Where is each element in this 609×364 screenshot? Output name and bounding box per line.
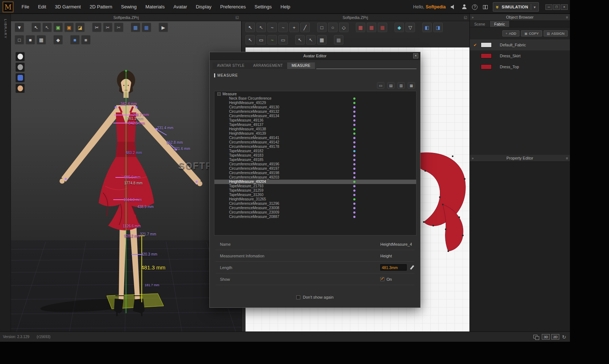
gap[interactable] xyxy=(47,35,52,45)
gap[interactable] xyxy=(86,23,91,32)
measure-item[interactable]: TapeMeasure_49183 xyxy=(214,153,416,158)
measure-item[interactable]: TapeMeasure_49182 xyxy=(214,149,416,153)
gap[interactable] xyxy=(311,23,316,32)
edit-curve-point-icon[interactable]: ~ xyxy=(278,23,288,32)
copy-fabric-button[interactable]: ▣ COPY xyxy=(521,30,542,37)
measure-item[interactable]: CircumferenceMeasure_49197 xyxy=(214,166,416,171)
menu-item[interactable]: Materials xyxy=(141,0,169,14)
dialog-close-icon[interactable]: × xyxy=(413,53,418,58)
menu-item[interactable]: Edit xyxy=(34,0,50,14)
gap[interactable] xyxy=(125,23,129,32)
menu-item[interactable]: 2D Pattern xyxy=(85,0,117,14)
measure-item[interactable]: CircumferenceMeasure_49203 xyxy=(214,175,416,180)
simulation-dropdown-icon[interactable]: ▾ xyxy=(534,5,536,9)
wind-controller-icon[interactable]: ■ xyxy=(70,35,80,45)
account-icon[interactable] xyxy=(461,4,468,10)
show-solid-icon[interactable]: ■ xyxy=(26,35,35,45)
measure-item[interactable]: TapeMeasure_49185 xyxy=(214,158,416,162)
tab-scene[interactable]: Scene xyxy=(470,21,490,27)
transform-pattern-icon[interactable]: ↖ xyxy=(245,23,255,32)
measure-item[interactable]: CircumferenceMeasure_49196 xyxy=(214,162,416,166)
edit-pattern-icon[interactable]: ↖ xyxy=(256,23,266,32)
menu-item[interactable]: Avatar xyxy=(169,0,191,14)
menu-item[interactable]: Help xyxy=(276,0,295,14)
circle-pattern-icon[interactable]: ○ xyxy=(328,23,338,32)
measure-tree[interactable]: − Measure Neck Base Circumference Height… xyxy=(214,91,416,235)
reset-arrangement-icon[interactable]: ▭ xyxy=(256,35,266,45)
open-library-icon[interactable]: ◪ xyxy=(75,23,85,32)
plane-controller-icon[interactable]: ■ xyxy=(81,35,91,45)
filter-icon[interactable]: ▽ xyxy=(406,23,415,32)
add-point-icon[interactable]: + xyxy=(289,23,299,32)
measure-item[interactable]: HeightMeasure_49138 xyxy=(214,127,416,131)
pattern-move-icon[interactable]: ↖ xyxy=(295,35,305,45)
add-fabric-button[interactable]: + ADD xyxy=(502,30,519,37)
gap[interactable] xyxy=(26,23,30,32)
free-sewing-icon[interactable]: ✂ xyxy=(103,23,113,32)
texture-dark-icon[interactable]: ▩ xyxy=(334,35,343,45)
panel-menu-icon[interactable]: ≡ xyxy=(564,15,570,19)
refresh-icon[interactable]: ↻ xyxy=(562,334,566,340)
sync-garment-icon[interactable]: ▦ xyxy=(131,23,140,32)
seam-stitch-icon[interactable]: ▦ xyxy=(356,23,365,32)
view-toggle-button[interactable]: 2D xyxy=(551,334,559,340)
menu-item[interactable]: Display xyxy=(191,0,216,14)
edit-pencil-icon[interactable] xyxy=(410,265,414,270)
menu-item[interactable]: Settings xyxy=(250,0,276,14)
sewing-edit-icon[interactable]: ▭ xyxy=(278,35,288,45)
windows-layout-icon[interactable] xyxy=(533,335,539,339)
menu-item[interactable]: 3D Garment xyxy=(50,0,85,14)
sound-icon[interactable] xyxy=(450,4,457,10)
simulation-button[interactable]: » SIMULATION ▾ xyxy=(493,2,539,12)
load-measure-icon[interactable]: ▤ xyxy=(387,82,395,89)
segment-sewing-icon[interactable]: ✂ xyxy=(92,23,102,32)
menu-item[interactable]: Sewing xyxy=(117,0,141,14)
length-input[interactable] xyxy=(380,264,407,271)
delete-measure-icon[interactable]: ▭ xyxy=(377,82,384,89)
tab-fabric[interactable]: Fabric xyxy=(490,21,510,27)
tab-measure[interactable]: MEASURE xyxy=(287,62,315,69)
tab-arrangement[interactable]: ARRANGEMENT xyxy=(249,62,287,69)
measure-item[interactable]: CircumferenceMeasure_20887 xyxy=(214,215,416,219)
viewport-2d-tab[interactable]: Softpedia.ZPrj ◱ xyxy=(241,14,469,21)
measure-item[interactable]: HeightMeasure_31265 xyxy=(214,197,416,202)
assign-fabric-button[interactable]: ▤ ASSIGN xyxy=(544,30,568,37)
add-garment-orange-icon[interactable]: ▣ xyxy=(64,23,74,32)
add-garment-green-icon[interactable]: ▣ xyxy=(53,23,63,32)
measure-item[interactable]: TapeMeasure_21793 xyxy=(214,184,416,188)
measure-item[interactable]: CircumferenceMeasure_49132 xyxy=(214,110,416,114)
measure-item[interactable]: CircumferenceMeasure_49198 xyxy=(214,171,416,175)
gap[interactable] xyxy=(153,23,157,32)
measure-item[interactable]: Neck Base Circumference xyxy=(214,96,416,101)
gap[interactable] xyxy=(350,23,354,32)
tree-collapse-icon[interactable]: − xyxy=(217,92,221,96)
avatar-thumb-female[interactable] xyxy=(15,52,25,61)
seam-zigzag-icon[interactable]: ▦ xyxy=(378,23,387,32)
dont-show-again-checkbox[interactable] xyxy=(296,295,300,299)
measure-item[interactable]: HeightMeasure_49139 xyxy=(214,131,416,136)
library-panel-tab[interactable]: LIBRARY xyxy=(0,14,11,332)
collapse-panel-icon[interactable]: » xyxy=(470,156,476,160)
measure-tree-root[interactable]: − Measure xyxy=(214,91,416,96)
measure-item[interactable]: HeightMeasure_49204 xyxy=(214,180,416,184)
gap[interactable] xyxy=(64,35,69,45)
measure-item[interactable]: CircumferenceMeasure_49130 xyxy=(214,105,416,110)
maximize-button[interactable]: □ xyxy=(553,4,560,10)
show-checkbox[interactable] xyxy=(380,277,384,281)
show-pattern-icon[interactable]: □ xyxy=(15,35,24,45)
help-icon[interactable]: ? xyxy=(472,4,477,10)
menu-item[interactable]: Preferences xyxy=(216,0,250,14)
gap[interactable] xyxy=(289,35,294,45)
fabric-row[interactable]: Dress_Top xyxy=(470,61,570,72)
show-mesh-icon[interactable]: ▦ xyxy=(37,35,46,45)
measure-item[interactable]: CircumferenceMeasure_23009 xyxy=(214,210,416,215)
animation-mode-icon[interactable]: ▶ xyxy=(159,23,168,32)
pan-2d-icon[interactable]: ↖ xyxy=(245,35,255,45)
seam-topstitch-icon[interactable]: ▦ xyxy=(367,23,376,32)
select-mesh-icon[interactable]: ↖ xyxy=(42,23,52,32)
measure-item[interactable]: TapeMeasure_31259 xyxy=(214,188,416,193)
measure-item[interactable]: CircumferenceMeasure_49141 xyxy=(214,136,416,140)
collapse-panel-icon[interactable]: » xyxy=(470,15,476,19)
measure-item[interactable]: CircumferenceMeasure_49178 xyxy=(214,145,416,149)
show-light-icon[interactable]: ◆ xyxy=(53,35,63,45)
